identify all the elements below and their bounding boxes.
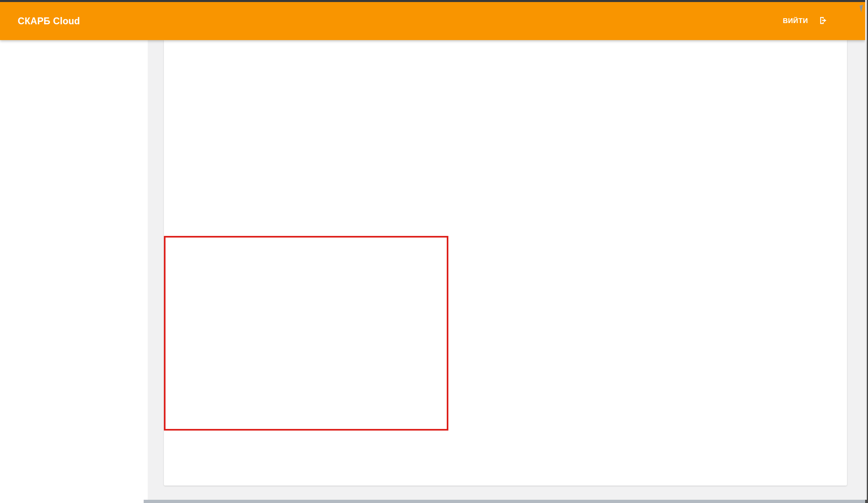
app-title: СКАРБ Cloud [18, 16, 80, 27]
horizontal-scrollbar-thumb[interactable] [144, 500, 865, 503]
main-panel [164, 40, 847, 486]
logout-button[interactable]: ВИЙТИ [783, 16, 828, 27]
logout-label: ВИЙТИ [783, 17, 808, 25]
sign-out-icon [808, 16, 828, 27]
app-header: СКАРБ Cloud ВИЙТИ [0, 2, 865, 40]
scrollbar-corner [865, 500, 868, 503]
skarb-cloud-page: { "header": { "app_title": "СКАРБ Cloud"… [0, 0, 868, 503]
sidebar [0, 40, 148, 503]
